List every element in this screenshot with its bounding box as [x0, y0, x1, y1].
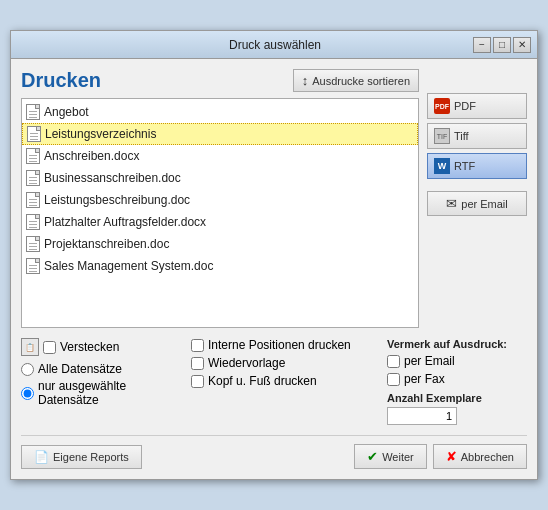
- list-item[interactable]: Angebot: [22, 101, 418, 123]
- pdf-button[interactable]: PDF PDF: [427, 93, 527, 119]
- tiff-button[interactable]: TIF Tiff: [427, 123, 527, 149]
- footer-bar: 📄 Eigene Reports ✔ Weiter ✘ Abbrechen: [21, 435, 527, 469]
- window-body: Drucken ↕ Ausdrucke sortieren AngebotLei…: [11, 59, 537, 479]
- pdf-label: PDF: [454, 100, 476, 112]
- document-list[interactable]: AngebotLeistungsverzeichnisAnschreiben.d…: [21, 98, 419, 328]
- kopf-fuss-checkbox[interactable]: [191, 375, 204, 388]
- vermerk-fax-checkbox[interactable]: [387, 373, 400, 386]
- nur-ausgewaehlte-radio[interactable]: [21, 387, 34, 400]
- list-item-label: Platzhalter Auftragsfelder.docx: [44, 215, 206, 229]
- vermerk-fax-row: per Fax: [387, 372, 527, 386]
- reports-icon: 📄: [34, 450, 49, 464]
- footer-center-buttons: ✔ Weiter ✘ Abbrechen: [354, 444, 527, 469]
- tiff-icon: TIF: [434, 128, 450, 144]
- window-title: Druck auswählen: [77, 38, 473, 52]
- anzahl-input[interactable]: [387, 407, 457, 425]
- anzahl-section: Anzahl Exemplare: [387, 392, 527, 425]
- list-item-label: Projektanschreiben.doc: [44, 237, 169, 251]
- pdf-icon: PDF: [434, 98, 450, 114]
- alle-datensaetze-label: Alle Datensätze: [38, 362, 122, 376]
- doc-icon: [26, 258, 40, 274]
- weiter-label: Weiter: [382, 451, 414, 463]
- alle-datensaetze-row: Alle Datensätze: [21, 362, 181, 376]
- title-bar: Druck auswählen − □ ✕: [11, 31, 537, 59]
- list-item-label: Angebot: [44, 105, 89, 119]
- email-icon: ✉: [446, 196, 457, 211]
- vermerk-email-label: per Email: [404, 354, 455, 368]
- vermerk-fax-label: per Fax: [404, 372, 445, 386]
- top-section: Drucken ↕ Ausdrucke sortieren AngebotLei…: [21, 69, 527, 328]
- abbrechen-button[interactable]: ✘ Abbrechen: [433, 444, 527, 469]
- sort-button[interactable]: ↕ Ausdrucke sortieren: [293, 69, 419, 92]
- doc-icon: [26, 148, 40, 164]
- list-item-label: Businessanschreiben.doc: [44, 171, 181, 185]
- nur-ausgewaehlte-row: nur ausgewählte Datensätze: [21, 379, 181, 407]
- wiedervorlage-label: Wiedervorlage: [208, 356, 285, 370]
- email-button[interactable]: ✉ per Email: [427, 191, 527, 216]
- bottom-right: Vermerk auf Ausdruck: per Email per Fax …: [387, 338, 527, 425]
- vermerk-section: Vermerk auf Ausdruck: per Email per Fax: [387, 338, 527, 386]
- left-panel: Drucken ↕ Ausdrucke sortieren AngebotLei…: [21, 69, 419, 328]
- list-item-label: Anschreiben.docx: [44, 149, 139, 163]
- right-panel: PDF PDF TIF Tiff W RTF: [427, 69, 527, 328]
- eigene-reports-label: Eigene Reports: [53, 451, 129, 463]
- list-item[interactable]: Leistungsverzeichnis: [22, 123, 418, 145]
- kopf-fuss-label: Kopf u. Fuß drucken: [208, 374, 317, 388]
- alle-datensaetze-radio[interactable]: [21, 363, 34, 376]
- list-item[interactable]: Platzhalter Auftragsfelder.docx: [22, 211, 418, 233]
- tiff-label: Tiff: [454, 130, 469, 142]
- wiedervorlage-row: Wiedervorlage: [191, 356, 377, 370]
- doc-icon: [27, 126, 41, 142]
- list-item[interactable]: Anschreiben.docx: [22, 145, 418, 167]
- list-item[interactable]: Projektanschreiben.doc: [22, 233, 418, 255]
- verstecken-icon: 📋: [21, 338, 39, 356]
- vermerk-title: Vermerk auf Ausdruck:: [387, 338, 527, 350]
- abbrechen-label: Abbrechen: [461, 451, 514, 463]
- rtf-button[interactable]: W RTF: [427, 153, 527, 179]
- interne-positionen-checkbox[interactable]: [191, 339, 204, 352]
- doc-icon: [26, 104, 40, 120]
- list-item-label: Leistungsbeschreibung.doc: [44, 193, 190, 207]
- sort-icon: ↕: [302, 73, 309, 88]
- maximize-button[interactable]: □: [493, 37, 511, 53]
- kopf-fuss-row: Kopf u. Fuß drucken: [191, 374, 377, 388]
- weiter-button[interactable]: ✔ Weiter: [354, 444, 427, 469]
- verstecken-row: 📋 Verstecken: [21, 338, 181, 356]
- wiedervorlage-checkbox[interactable]: [191, 357, 204, 370]
- main-window: Druck auswählen − □ ✕ Drucken ↕ Ausdruck…: [10, 30, 538, 480]
- verstecken-checkbox[interactable]: [43, 341, 56, 354]
- doc-icon: [26, 170, 40, 186]
- doc-icon: [26, 236, 40, 252]
- bottom-left: 📋 Verstecken Alle Datensätze nur ausgewä…: [21, 338, 181, 425]
- rtf-label: RTF: [454, 160, 475, 172]
- list-item[interactable]: Businessanschreiben.doc: [22, 167, 418, 189]
- verstecken-label: Verstecken: [60, 340, 119, 354]
- anzahl-title: Anzahl Exemplare: [387, 392, 527, 404]
- list-item-label: Sales Management System.doc: [44, 259, 213, 273]
- interne-positionen-row: Interne Positionen drucken: [191, 338, 377, 352]
- weiter-icon: ✔: [367, 449, 378, 464]
- window-controls: − □ ✕: [473, 37, 531, 53]
- email-label: per Email: [461, 198, 507, 210]
- vermerk-email-checkbox[interactable]: [387, 355, 400, 368]
- nur-ausgewaehlte-label: nur ausgewählte Datensätze: [38, 379, 181, 407]
- close-button[interactable]: ✕: [513, 37, 531, 53]
- sort-button-label: Ausdrucke sortieren: [312, 75, 410, 87]
- vermerk-email-row: per Email: [387, 354, 527, 368]
- drucken-title: Drucken: [21, 69, 101, 92]
- rtf-icon: W: [434, 158, 450, 174]
- drucken-header: Drucken ↕ Ausdrucke sortieren: [21, 69, 419, 92]
- radio-group: Alle Datensätze nur ausgewählte Datensät…: [21, 362, 181, 407]
- list-item[interactable]: Leistungsbeschreibung.doc: [22, 189, 418, 211]
- interne-positionen-label: Interne Positionen drucken: [208, 338, 351, 352]
- list-item[interactable]: Sales Management System.doc: [22, 255, 418, 277]
- minimize-button[interactable]: −: [473, 37, 491, 53]
- list-item-label: Leistungsverzeichnis: [45, 127, 156, 141]
- eigene-reports-button[interactable]: 📄 Eigene Reports: [21, 445, 142, 469]
- doc-icon: [26, 214, 40, 230]
- bottom-controls: 📋 Verstecken Alle Datensätze nur ausgewä…: [21, 338, 527, 425]
- doc-icon: [26, 192, 40, 208]
- bottom-middle: Interne Positionen drucken Wiedervorlage…: [191, 338, 377, 425]
- abbrechen-icon: ✘: [446, 449, 457, 464]
